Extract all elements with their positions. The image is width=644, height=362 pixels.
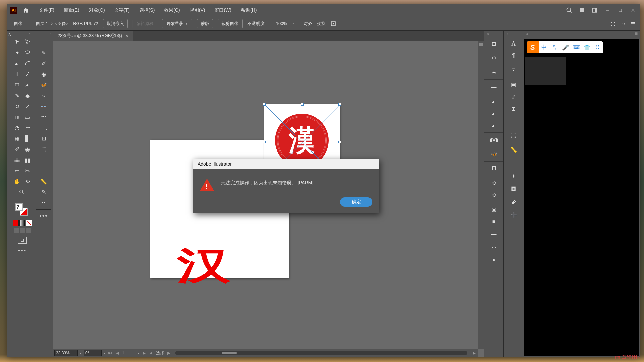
dialog-message: 无法完成操作，因为出现未知错误。 [PARM]	[221, 177, 372, 186]
dialog-title: Adobe Illustrator	[193, 159, 379, 169]
error-dialog: Adobe Illustrator 无法完成操作，因为出现未知错误。 [PARM…	[193, 159, 379, 213]
watermark-icon: m	[615, 354, 621, 361]
warning-icon	[200, 179, 214, 191]
ok-button[interactable]: 确定	[340, 197, 372, 207]
watermark: m 章印社区	[615, 354, 641, 361]
modal-overlay: Adobe Illustrator 无法完成操作，因为出现未知错误。 [PARM…	[0, 0, 644, 362]
watermark-text: 章印社区	[622, 354, 641, 360]
